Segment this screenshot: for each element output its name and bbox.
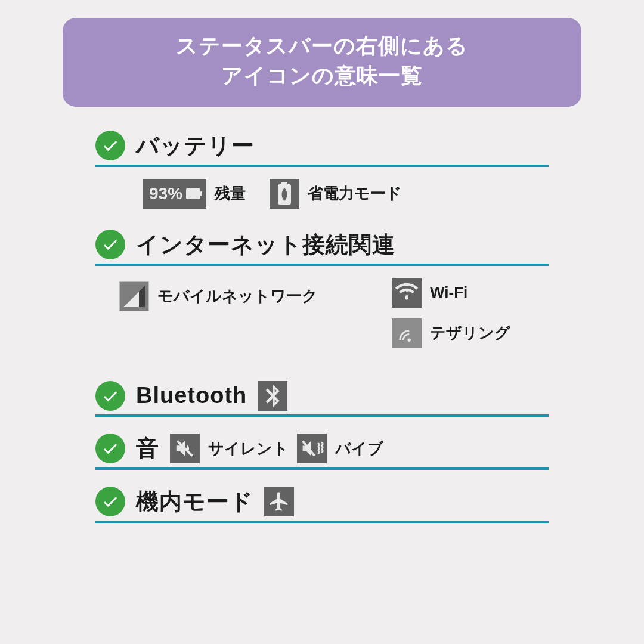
item-tethering: テザリング (392, 318, 549, 348)
item-silent: サイレント (170, 434, 289, 463)
item-silent-label: サイレント (208, 438, 289, 459)
header-line-2: アイコンの意味一覧 (75, 61, 569, 91)
header-line-1: ステータスバーの右側にある (75, 31, 569, 61)
section-battery-header: バッテリー (95, 131, 549, 167)
item-wifi: Wi-Fi (392, 278, 549, 308)
bluetooth-icon (258, 381, 287, 411)
mute-icon (170, 434, 200, 463)
check-icon (95, 434, 125, 463)
check-icon (95, 487, 125, 516)
item-wifi-label: Wi-Fi (430, 283, 467, 302)
tethering-icon (392, 318, 422, 348)
section-airplane-title: 機内モード (136, 487, 253, 517)
battery-level-icon: 93% (143, 179, 206, 209)
cellular-signal-icon (119, 281, 149, 311)
section-internet: インターネット接続関連 モバイルネットワーク Wi-Fi テザリング (95, 230, 549, 348)
item-battery-level: 93% 残量 (143, 179, 246, 209)
item-battery-saver-label: 省電力モード (308, 183, 402, 204)
section-internet-header: インターネット接続関連 (95, 230, 549, 266)
svg-rect-1 (200, 191, 202, 196)
section-internet-title: インターネット接続関連 (136, 230, 395, 260)
section-sound: 音 サイレント バイブ (95, 434, 549, 470)
vibrate-icon (297, 434, 327, 463)
page-header: ステータスバーの右側にある アイコンの意味一覧 (63, 18, 581, 107)
content: バッテリー 93% 残量 省電力モード インターネット接続 (95, 131, 549, 523)
check-icon (95, 131, 125, 160)
wifi-icon (392, 278, 422, 308)
item-vibrate-label: バイブ (335, 438, 383, 459)
item-tethering-label: テザリング (430, 323, 510, 343)
section-bluetooth: Bluetooth (95, 381, 549, 417)
section-bluetooth-header: Bluetooth (95, 381, 549, 417)
item-battery-saver: 省電力モード (270, 179, 402, 209)
section-bluetooth-title: Bluetooth (136, 383, 247, 408)
item-mobile-network: モバイルネットワーク (119, 281, 356, 311)
item-battery-level-label: 残量 (215, 183, 246, 204)
section-battery: バッテリー 93% 残量 省電力モード (95, 131, 549, 209)
battery-saver-icon (270, 179, 299, 209)
svg-rect-0 (186, 188, 200, 199)
section-battery-title: バッテリー (136, 131, 255, 161)
section-airplane-header: 機内モード (95, 487, 549, 523)
battery-level-value: 93% (149, 184, 182, 203)
item-mobile-network-label: モバイルネットワーク (157, 286, 318, 306)
section-airplane: 機内モード (95, 487, 549, 523)
check-icon (95, 381, 125, 411)
svg-rect-3 (281, 182, 287, 185)
item-vibrate: バイブ (297, 434, 383, 463)
check-icon (95, 230, 125, 259)
airplane-icon (264, 487, 294, 516)
section-sound-header: 音 サイレント バイブ (95, 434, 549, 470)
section-sound-title: 音 (136, 434, 159, 464)
